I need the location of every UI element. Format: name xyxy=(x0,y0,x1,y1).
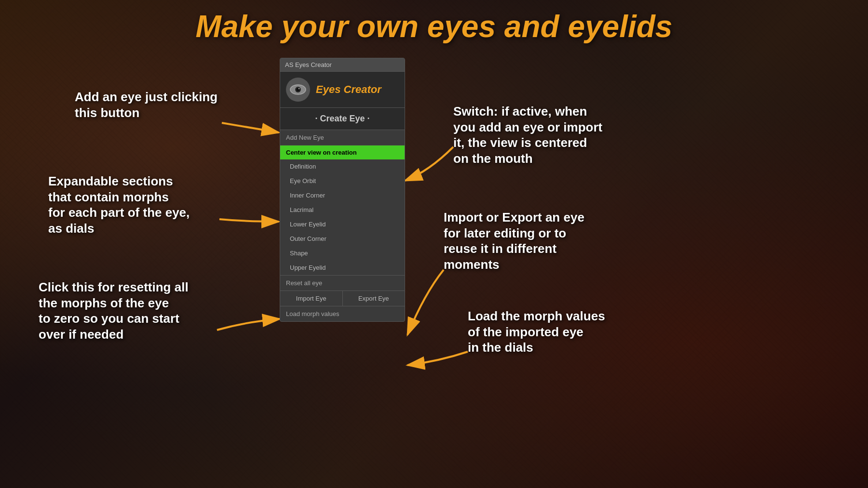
add-new-eye-item[interactable]: Add New Eye xyxy=(280,130,405,145)
annotation-import-export: Import or Export an eyefor later editing… xyxy=(444,210,584,272)
panel-header-title: Eyes Creator xyxy=(316,83,381,96)
background xyxy=(0,0,868,488)
import-eye-button[interactable]: Import Eye xyxy=(280,291,343,306)
annotation-add-eye: Add an eye just clickingthis button xyxy=(75,89,217,120)
annotation-load-morph: Load the morph valuesof the imported eye… xyxy=(468,308,605,356)
panel-title-bar: AS Eyes Creator xyxy=(280,58,405,72)
center-view-toggle[interactable]: Center view on creation xyxy=(280,145,405,159)
import-export-row: Import Eye Export Eye xyxy=(280,291,405,306)
reset-all-button[interactable]: Reset all eye xyxy=(280,275,405,291)
menu-item-definition[interactable]: Definition xyxy=(280,159,405,174)
export-eye-button[interactable]: Export Eye xyxy=(343,291,405,306)
eye-svg xyxy=(289,81,307,98)
eyes-creator-panel: AS Eyes Creator Eyes Creator · Create Ey… xyxy=(280,58,405,322)
panel-header: Eyes Creator xyxy=(280,72,405,108)
eye-icon xyxy=(286,78,310,102)
svg-point-3 xyxy=(298,88,299,89)
annotation-expandable: Expandable sectionsthat contain morphsfo… xyxy=(48,173,190,236)
load-morph-button[interactable]: Load morph values xyxy=(280,306,405,321)
menu-item-eye-orbit[interactable]: Eye Orbit xyxy=(280,174,405,188)
page-title: Make your own eyes and eyelids xyxy=(0,9,868,44)
menu-item-upper-eyelid[interactable]: Upper Eyelid xyxy=(280,261,405,275)
create-eye-button[interactable]: · Create Eye · xyxy=(280,108,405,130)
menu-item-shape[interactable]: Shape xyxy=(280,246,405,261)
menu-item-inner-corner[interactable]: Inner Corner xyxy=(280,188,405,203)
menu-items-list: Definition Eye Orbit Inner Corner Lacrim… xyxy=(280,159,405,275)
annotation-reset: Click this for resetting allthe morphs o… xyxy=(39,279,189,342)
menu-item-lacrimal[interactable]: Lacrimal xyxy=(280,203,405,217)
menu-item-lower-eyelid[interactable]: Lower Eyelid xyxy=(280,217,405,232)
annotation-switch: Switch: if active, whenyou add an eye or… xyxy=(453,104,602,166)
menu-item-outer-corner[interactable]: Outer Corner xyxy=(280,232,405,246)
